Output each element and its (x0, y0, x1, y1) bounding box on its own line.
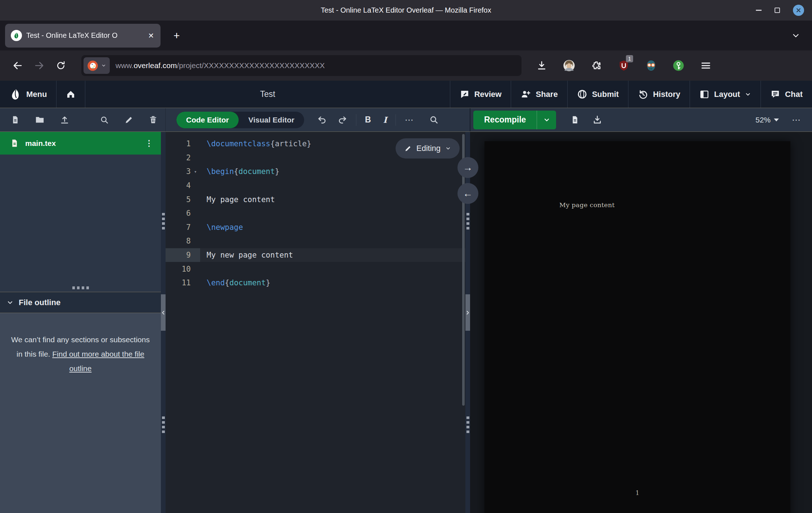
collapse-sidebar-button[interactable] (161, 294, 166, 331)
editor-line[interactable]: 3▾\begin{document} (166, 165, 465, 179)
divider-drag-handle[interactable] (162, 213, 165, 229)
file-outline-header[interactable]: File outline (0, 292, 161, 313)
search-engine-chip[interactable] (84, 57, 110, 74)
window-titlebar: Test - Online LaTeX Editor Overleaf — Mo… (0, 0, 812, 21)
code-line-content[interactable] (200, 234, 465, 248)
forward-button[interactable] (30, 57, 48, 75)
code-token: article (275, 139, 307, 148)
editor-pdf-divider[interactable]: → ← (465, 132, 470, 513)
account-avatar[interactable] (559, 57, 579, 75)
password-manager-button[interactable] (668, 57, 689, 75)
chat-button[interactable]: Chat (761, 81, 812, 108)
code-line-content[interactable]: My page content (200, 192, 465, 206)
line-number: 2 (166, 153, 191, 162)
code-editor-toggle[interactable]: Code Editor (176, 112, 239, 128)
divider-drag-handle[interactable] (466, 213, 469, 229)
line-number: 4 (166, 181, 191, 190)
collapse-editor-button[interactable] (465, 294, 470, 331)
project-title: Test (85, 81, 450, 108)
review-icon (460, 89, 470, 99)
pdf-more-button[interactable]: ⋯ (792, 115, 801, 125)
search-in-file-button[interactable] (429, 115, 439, 125)
recompile-button[interactable]: Recompile (473, 115, 537, 125)
fold-arrow-icon[interactable]: ▾ (191, 169, 200, 174)
divider-drag-handle[interactable] (466, 416, 469, 433)
url-bar[interactable]: www.overleaf.com/project/XXXXXXXXXXXXXXX… (81, 55, 522, 76)
code-editor[interactable]: 1\documentclass{article}23▾\begin{docume… (166, 132, 465, 513)
jump-to-pdf-button[interactable]: → (457, 157, 478, 178)
download-pdf-button[interactable] (592, 115, 602, 125)
jump-to-code-button[interactable]: ← (457, 183, 478, 204)
delete-button[interactable] (149, 115, 158, 124)
editor-line[interactable]: 10 (166, 262, 465, 276)
minimize-icon[interactable] (756, 10, 762, 11)
code-token: \newpage (207, 223, 243, 232)
code-line-content[interactable] (200, 262, 465, 276)
extensions-button[interactable] (586, 57, 606, 75)
file-tree-item-maintex[interactable]: main.tex ⋮ (0, 132, 161, 155)
editor-line[interactable]: 4 (166, 179, 465, 193)
code-line-content[interactable]: My new page content (200, 248, 465, 262)
visual-editor-toggle[interactable]: Visual Editor (239, 112, 304, 128)
ublock-origin-button[interactable]: 1 (614, 57, 634, 75)
submit-button[interactable]: Submit (567, 81, 628, 108)
rename-button[interactable] (124, 115, 134, 125)
code-line-content[interactable]: \end{document} (200, 276, 465, 290)
editor-line[interactable]: 9My new page content (166, 248, 465, 262)
editor-line[interactable]: 6 (166, 206, 465, 220)
new-tab-button[interactable]: + (171, 30, 183, 42)
file-menu-button[interactable]: ⋮ (145, 139, 153, 148)
share-button[interactable]: Share (511, 81, 567, 108)
editor-line[interactable]: 7\newpage (166, 220, 465, 235)
sidebar-editor-divider[interactable] (161, 132, 166, 513)
italic-button[interactable]: I (383, 115, 387, 125)
code-line-content[interactable]: \begin{document} (200, 165, 465, 179)
editing-mode-button[interactable]: Editing (396, 138, 460, 159)
code-token: { (225, 278, 230, 287)
outline-resize-handle[interactable] (72, 286, 89, 289)
layout-label: Layout (714, 90, 740, 99)
editor-line[interactable]: 5My page content (166, 192, 465, 206)
recompile-options-button[interactable] (537, 111, 556, 129)
close-window-button[interactable] (793, 5, 804, 16)
new-file-button[interactable] (11, 115, 20, 124)
browser-tab[interactable]: Test - Online LaTeX Editor O ✕ (5, 24, 161, 48)
menu-button[interactable]: Menu (0, 81, 57, 108)
divider-drag-handle[interactable] (162, 416, 165, 433)
pdf-zoom-dropdown[interactable]: 52% (755, 116, 779, 124)
home-button[interactable] (57, 81, 85, 108)
reload-button[interactable] (52, 57, 70, 75)
history-button[interactable]: History (628, 81, 690, 108)
redo-button[interactable] (338, 115, 347, 125)
header-actions: Review Share Submit History Layout C (450, 81, 812, 108)
file-outline-link[interactable]: Find out more about the file outline (52, 350, 144, 373)
code-line-content[interactable] (200, 179, 465, 193)
tab-close-icon[interactable]: ✕ (146, 31, 155, 41)
line-gutter: 4 (166, 179, 200, 193)
logs-document-icon (570, 115, 579, 124)
code-line-content[interactable]: \newpage (200, 220, 465, 235)
line-gutter: 9 (166, 248, 200, 262)
review-button[interactable]: Review (450, 81, 511, 108)
undo-button[interactable] (317, 115, 327, 125)
layout-button[interactable]: Layout (690, 81, 761, 108)
review-label: Review (474, 90, 502, 99)
upload-file-button[interactable] (60, 115, 69, 125)
more-tools-button[interactable]: ⋯ (405, 115, 414, 125)
editor-line[interactable]: 11\end{document} (166, 276, 465, 290)
tab-bar: Test - Online LaTeX Editor O ✕ + (0, 21, 812, 50)
restore-icon[interactable] (775, 8, 780, 13)
downloads-button[interactable] (532, 57, 552, 75)
new-folder-button[interactable] (35, 115, 45, 125)
search-project-button[interactable] (100, 115, 109, 125)
bold-button[interactable]: B (365, 115, 371, 125)
editor-line[interactable]: 8 (166, 234, 465, 248)
list-all-tabs-button[interactable] (791, 31, 800, 40)
privacy-extension-button[interactable] (641, 57, 661, 75)
code-line-content[interactable] (200, 206, 465, 220)
pdf-preview-panel[interactable]: My page content 1 (470, 132, 812, 513)
back-button[interactable] (9, 57, 27, 75)
compile-logs-button[interactable] (570, 115, 579, 124)
code-token: My new page content (207, 251, 293, 259)
app-menu-button[interactable] (696, 57, 716, 75)
